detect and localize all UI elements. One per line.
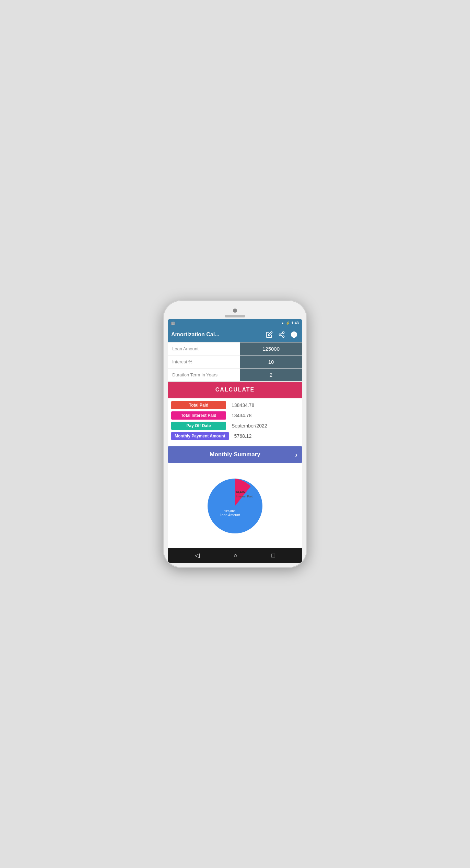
camera [233, 309, 237, 313]
loan-amount-input[interactable] [240, 342, 302, 355]
info-button[interactable]: i [289, 330, 299, 339]
total-interest-row: Total Interest Paid 13434.78 [171, 411, 299, 420]
home-button[interactable]: ○ [234, 552, 237, 559]
calculate-button[interactable]: CALCULATE [168, 382, 302, 398]
duration-label: Duration Term In Years [168, 369, 240, 381]
edit-button[interactable] [265, 330, 274, 339]
svg-line-4 [281, 333, 283, 334]
monthly-payment-value: 5768.12 [229, 433, 252, 439]
svg-text:i: i [293, 332, 295, 337]
monthly-payment-label: Monthly Payment Amount [171, 432, 229, 440]
monthly-summary-button[interactable]: Monthly Summary › [168, 446, 302, 463]
payoff-date-label: Pay Off Date [171, 422, 226, 430]
svg-point-0 [283, 332, 284, 334]
total-interest-label: Total Interest Paid [171, 411, 226, 420]
recents-icon: □ [271, 552, 275, 559]
loan-amount-row: Loan Amount [168, 342, 302, 355]
phone-device: 🤖 ▲ ⚡ 1:43 Amortization Cal... [163, 300, 307, 568]
interest-label: Interest % [168, 356, 240, 368]
svg-line-3 [281, 335, 283, 336]
input-section: Loan Amount Interest % Duration Term In … [168, 342, 302, 382]
svg-text:13,435: 13,435 [235, 490, 245, 494]
status-icons: ▲ ⚡ 1:43 [281, 321, 299, 325]
svg-point-1 [279, 334, 281, 336]
phone-screen: 🤖 ▲ ⚡ 1:43 Amortization Cal... [168, 319, 302, 563]
duration-input[interactable] [240, 369, 302, 381]
svg-text:125,000: 125,000 [224, 509, 236, 513]
recents-button[interactable]: □ [271, 552, 275, 559]
chevron-right-icon: › [295, 451, 297, 459]
svg-text:Interest Paid: Interest Paid [236, 495, 254, 498]
interest-row: Interest % [168, 355, 302, 369]
total-paid-label: Total Paid [171, 401, 226, 409]
total-interest-value: 13434.78 [226, 413, 251, 418]
interest-input[interactable] [240, 355, 302, 368]
monthly-payment-row: Monthly Payment Amount 5768.12 [171, 432, 299, 440]
loan-amount-label: Loan Amount [168, 343, 240, 355]
battery-icon: ⚡ [286, 321, 290, 325]
svg-text:Loan Amount: Loan Amount [220, 513, 240, 517]
share-button[interactable] [277, 330, 286, 339]
home-icon: ○ [234, 552, 237, 559]
app-bar: Amortization Cal... i [168, 327, 302, 342]
svg-point-2 [283, 336, 284, 337]
status-time: 1:43 [291, 321, 299, 325]
status-bar: 🤖 ▲ ⚡ 1:43 [168, 319, 302, 327]
pie-chart: 13,435 Interest Paid 125,000 Loan Amount [201, 472, 269, 540]
monthly-summary-label: Monthly Summary [210, 451, 260, 458]
back-button[interactable]: ◁ [195, 552, 200, 559]
bottom-nav: ◁ ○ □ [168, 548, 302, 563]
android-indicator: 🤖 [171, 321, 176, 325]
chart-section: 13,435 Interest Paid 125,000 Loan Amount [168, 464, 302, 548]
app-title: Amortization Cal... [171, 331, 262, 338]
payoff-date-row: Pay Off Date September/2022 [171, 422, 299, 430]
payoff-date-value: September/2022 [226, 423, 267, 429]
speaker [225, 315, 245, 317]
duration-row: Duration Term In Years [168, 369, 302, 382]
signal-icon: ▲ [281, 321, 284, 325]
results-section: Total Paid 138434.78 Total Interest Paid… [168, 398, 302, 445]
total-paid-value: 138434.78 [226, 402, 254, 408]
total-paid-row: Total Paid 138434.78 [171, 401, 299, 409]
back-icon: ◁ [195, 552, 200, 559]
